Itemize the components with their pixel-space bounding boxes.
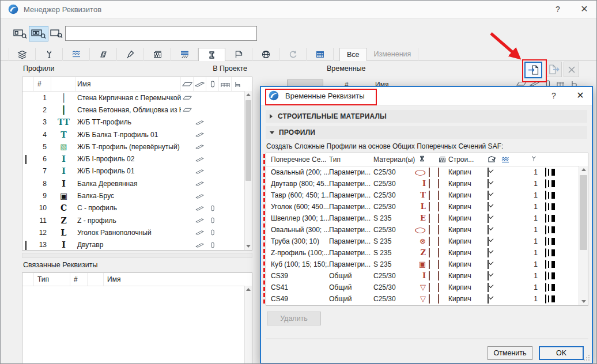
object-column-icon[interactable] [232,77,244,91]
scrollbar-thumb[interactable] [580,175,587,250]
building-material-column-icon[interactable] [438,156,447,164]
fill-checkbox[interactable] [488,225,489,234]
help-button[interactable]: ? [548,1,568,17]
filter-project-button[interactable] [12,26,29,41]
scroll-up-icon[interactable] [245,286,252,293]
ok-button[interactable]: OK [539,346,584,360]
cross-section-row[interactable]: CS39 Общий C25/30 I Кирпич 1 [266,270,588,282]
fill-checkbox[interactable] [488,191,489,200]
column-column-icon[interactable] [206,77,219,91]
tab-all[interactable]: Все [339,48,367,61]
profile-row[interactable]: 6 I Ж/Б I-профиль 02 [22,153,252,165]
modal-close-button[interactable]: ✕ [572,90,588,101]
profile-row[interactable]: 1 │ Стена Кирпичная с Перемычкой [22,92,252,104]
fill-checkbox[interactable] [488,260,489,269]
cross-sections-scrollbar[interactable] [579,166,588,305]
cross-section-row[interactable]: Труба (300; 10) Параметри... S 235 ⊗ Кир… [266,236,588,247]
cross-section-row[interactable]: Куб (100; 15; 150;... Параметри... S 235… [266,259,588,270]
scroll-down-icon[interactable] [579,298,588,305]
cross-section-row[interactable]: Двутавр (800; 45... Параметри... C25/30 … [266,178,588,189]
profiles-scrollbar[interactable] [244,91,252,250]
tab-layers[interactable] [9,48,36,60]
cross-section-row[interactable]: Тавр (600; 450; 1... Параметри... C25/30… [266,189,588,201]
tab-composites[interactable] [144,48,171,60]
cross-section-row[interactable]: Z-профиль (100;... Параметри... S 235 Z … [266,247,588,259]
filter-temporary-button[interactable] [48,26,65,41]
section-profiles[interactable]: ПРОФИЛИ [266,126,587,139]
wall-column-icon[interactable] [181,77,194,91]
pen-column-icon[interactable] [524,155,538,165]
cancel-button[interactable]: Отменить [488,346,532,360]
profile-row[interactable]: 7 I Ж/Б I-профиль 01 [22,165,252,177]
tab-pens[interactable] [36,48,63,60]
fill-checkbox[interactable] [488,248,489,257]
tab-surfaces[interactable] [117,48,144,60]
profile-row[interactable]: 9 ▣ Балка-Брус [22,189,252,202]
cross-section-row[interactable]: Овальный (300; ... Параметри... C25/30 ○… [266,224,588,236]
profile-row[interactable]: 11 Z Z - профиль [22,214,252,226]
column-header-material[interactable]: Материал(ы) [373,156,407,164]
section-building-materials[interactable]: СТРОИТЕЛЬНЫЕ МАТЕРИАЛЫ [266,110,587,123]
tab-fill-types[interactable] [90,48,117,60]
profile-row[interactable]: 5 ▧ Ж/Б Т-профиль (перевёрнутый) [22,141,252,153]
cross-section-row[interactable]: Овальный (200; ... Параметри... C25/30 ○… [266,166,588,178]
fill-checkbox[interactable] [488,179,489,188]
profile-row[interactable]: 12 L Уголок Равнополочный [22,226,252,238]
scrollbar-thumb[interactable] [245,100,251,181]
cross-section-row[interactable]: CS49 Общий C25/30 ▽ Кирпич 1 [266,293,588,305]
fill-check-column-icon[interactable] [488,156,496,164]
column-header-type[interactable]: Тип [329,156,373,164]
profile-row[interactable]: 13 I Двутавр [22,239,252,251]
column-header-cross-section[interactable]: Поперечное Се... [266,156,329,164]
tab-markup-globe[interactable] [252,48,279,60]
panel-splitter[interactable] [22,253,252,258]
fill-checkbox[interactable] [488,237,489,246]
profile-column-icon[interactable] [407,155,429,164]
fill-checkbox[interactable] [488,294,489,304]
tab-schedules-grid[interactable] [307,48,334,60]
column-header-building[interactable]: Строи... [447,156,488,164]
partial-button[interactable] [287,79,323,86]
filter-both-button[interactable] [29,26,48,41]
surface-swatch [438,191,439,200]
tab-line-types[interactable] [63,48,90,60]
profile-row[interactable]: 8 I Балка Деревянная [22,177,252,189]
tab-zone-categories[interactable] [225,48,252,60]
fill-checkbox[interactable] [488,214,489,223]
railing-column-icon[interactable] [219,77,232,91]
profile-row[interactable]: 2 ┃ Стена Бетонная, Облицовка из Кир... [22,104,252,116]
search-input[interactable] [65,26,257,41]
profile-row[interactable]: 10 С С - профиль [22,202,252,214]
column-header-number[interactable]: # [34,77,51,91]
delete-temporary-button[interactable] [564,62,579,77]
cross-section-row[interactable]: Уголок (600; 450... Параметри... C25/30 … [266,201,588,213]
scroll-up-icon[interactable] [579,166,588,173]
tab-composite-structures[interactable] [171,48,198,60]
import-temporary-button[interactable] [524,62,542,78]
cross-section-row[interactable]: Швеллер (300; 1... Параметри... S 235 E … [266,213,588,224]
linked-scrollbar[interactable] [244,286,252,364]
resize-grip[interactable] [584,355,590,361]
cross-section-row[interactable]: CS41 Общий C25/30 ▽ Кирпич 1 [266,282,588,293]
close-button[interactable]: ✕ [575,1,594,17]
fill-checkbox[interactable] [488,271,489,280]
beam-column-icon[interactable] [194,77,206,91]
fill-checkbox[interactable] [488,202,489,211]
fill-checkbox[interactable] [488,168,489,177]
modal-help-button[interactable]: ? [547,91,561,100]
tab-profiles[interactable] [198,48,225,61]
linked-column-type[interactable]: Тип [34,273,70,286]
delete-button[interactable]: Удалить [267,312,321,325]
line-type-column-icon[interactable] [496,156,524,163]
export-temporary-button[interactable] [546,62,562,77]
scroll-down-icon[interactable] [245,242,252,250]
profile-row[interactable]: 4 Т Ж/Б Балка Т-профиль 01 [22,128,252,141]
fill-checkbox[interactable] [488,283,489,292]
tab-revisions[interactable] [279,48,307,60]
linked-column-number[interactable]: # [70,273,88,286]
column-header-name[interactable]: Имя [76,77,181,91]
tab-changes[interactable]: Изменения [367,48,419,60]
profile-row[interactable]: 3 ТТ Ж/Б ТТ-профиль [22,116,252,128]
linked-column-name[interactable]: Имя [104,273,244,286]
scroll-up-icon[interactable] [245,91,252,98]
